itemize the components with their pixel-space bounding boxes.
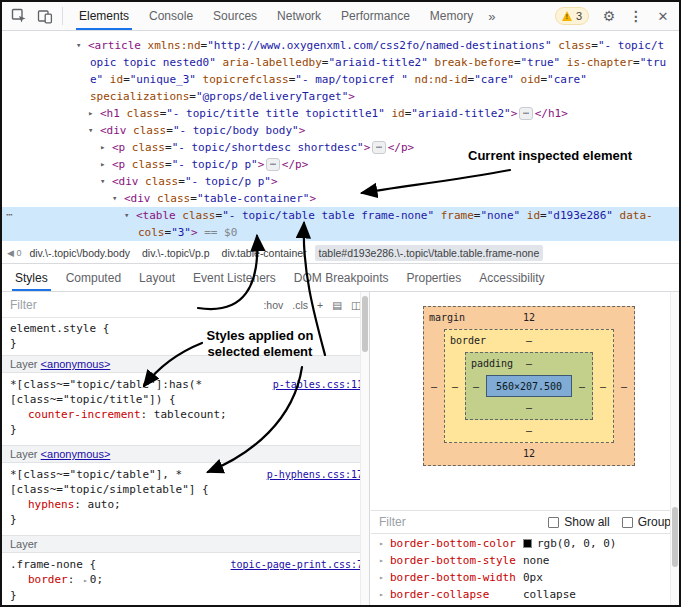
dom-node-selected[interactable]: ▾<table class="- topic/table table frame…: [2, 207, 679, 224]
tab-network[interactable]: Network: [267, 2, 331, 30]
border-bottom-value[interactable]: –: [526, 425, 532, 436]
dom-node[interactable]: e" id="unique_3" topicrefclass="- map/to…: [2, 71, 679, 88]
breadcrumb-overflow-indicator[interactable]: ◀ 0: [5, 248, 25, 258]
sidebar-tab-properties[interactable]: Properties: [398, 264, 471, 291]
expand-arrow-down-icon[interactable]: ▾: [124, 207, 129, 224]
tab-sources[interactable]: Sources: [203, 2, 267, 30]
box-model-diagram[interactable]: margin 12 – border – –: [423, 306, 635, 466]
tab-console[interactable]: Console: [139, 2, 203, 30]
layer-link[interactable]: <anonymous>: [41, 448, 111, 460]
css-rule[interactable]: topic-page-print.css:7.frame-none {borde…: [2, 553, 369, 605]
shorthand-expand-icon[interactable]: ▸: [83, 576, 88, 585]
border-right-value[interactable]: –: [593, 352, 613, 420]
code-token: id: [385, 107, 405, 120]
sidebar-tab-dom-breakpoints[interactable]: DOM Breakpoints: [285, 264, 398, 291]
close-icon[interactable]: ✕: [650, 3, 676, 29]
sidebar-tab-event-listeners[interactable]: Event Listeners: [184, 264, 285, 291]
breadcrumb-item[interactable]: div.\-.topic\/p.p: [138, 245, 214, 261]
dom-node[interactable]: ▾<article xmlns:nd="http://www.oxygenxml…: [2, 37, 679, 54]
menu-dots-icon[interactable]: ⋮: [623, 3, 649, 29]
computed-property-row[interactable]: ▸border-collapsecollapse: [371, 586, 679, 603]
new-style-rule-button[interactable]: +: [317, 299, 323, 311]
margin-right-value[interactable]: –: [614, 329, 634, 443]
expand-arrow-right-icon[interactable]: ▸: [100, 139, 105, 156]
styles-filter-input[interactable]: [10, 298, 254, 312]
dom-node-selected[interactable]: cols="3"> == $0: [2, 224, 679, 241]
expand-arrow-right-icon[interactable]: ▸: [379, 535, 390, 552]
margin-bottom-value[interactable]: 12: [523, 448, 535, 459]
element-style-block[interactable]: element.style { }: [2, 318, 369, 355]
expand-arrow-right-icon[interactable]: ▸: [88, 105, 93, 122]
row-options-dots-icon[interactable]: ⋯: [6, 208, 12, 221]
show-all-checkbox-box[interactable]: [548, 517, 559, 528]
group-checkbox-box[interactable]: [622, 517, 633, 528]
css-declaration[interactable]: border: ▸0;: [10, 572, 361, 588]
expand-arrow-down-icon[interactable]: ▾: [112, 190, 117, 207]
group-checkbox[interactable]: Group: [622, 515, 671, 529]
expand-arrow-right-icon[interactable]: ▸: [379, 586, 390, 603]
css-rule[interactable]: p-hyphens.css:17*[class~="topic/table"],…: [2, 463, 369, 535]
pseudo-state-button[interactable]: :hov: [263, 299, 283, 311]
settings-gear-icon[interactable]: ⚙: [596, 3, 622, 29]
computed-filter-input[interactable]: [379, 515, 536, 529]
css-rule[interactable]: p-tables.css:11*[class~="topic/table"]:h…: [2, 373, 369, 445]
computed-property-row[interactable]: ▸border-bottom-stylenone: [371, 552, 679, 569]
margin-top-value[interactable]: 12: [523, 312, 535, 323]
padding-left-value[interactable]: –: [466, 375, 486, 397]
dom-node[interactable]: ▾<div class="- topic/body body">: [2, 122, 679, 139]
padding-right-value[interactable]: –: [572, 375, 592, 397]
dom-node[interactable]: ▸<p class="- topic/p p">⋯</p>: [2, 156, 679, 173]
computed-property-row[interactable]: ▸border-bottom-width0px: [371, 569, 679, 586]
css-declaration[interactable]: counter-increment: tablecount;: [10, 407, 361, 422]
layers-icon[interactable]: ▤: [332, 299, 342, 311]
dom-node[interactable]: ▸<h1 class="- topic/title title topictit…: [2, 105, 679, 122]
dom-node[interactable]: opic topic nested0" aria-labelledby="ari…: [2, 54, 679, 71]
class-toggle-button[interactable]: .cls: [292, 299, 308, 311]
sidebar-tab-layout[interactable]: Layout: [130, 264, 184, 291]
collapsed-content-button[interactable]: ⋯: [372, 141, 385, 154]
dom-node[interactable]: specializations="@props/deliveryTarget">: [2, 88, 679, 105]
expand-arrow-right-icon[interactable]: ▸: [100, 156, 105, 173]
dom-node[interactable]: ▸<p class="- topic/shortdesc shortdesc">…: [2, 139, 679, 156]
color-swatch[interactable]: [523, 539, 532, 548]
tab-elements[interactable]: Elements: [69, 2, 139, 30]
computed-scrollbar[interactable]: [670, 292, 679, 605]
expand-arrow-right-icon[interactable]: ▸: [379, 603, 390, 605]
margin-left-value[interactable]: –: [424, 329, 444, 443]
expand-arrow-down-icon[interactable]: ▾: [76, 37, 81, 54]
expand-arrow-right-icon[interactable]: ▸: [379, 569, 390, 586]
padding-bottom-value[interactable]: –: [526, 402, 532, 413]
css-source-link[interactable]: p-hyphens.css:17: [267, 467, 363, 482]
computed-property-row[interactable]: ▸border-image-outset: [371, 603, 679, 605]
sidebar-tab-styles[interactable]: Styles: [6, 264, 57, 291]
css-source-link[interactable]: p-tables.css:11: [273, 377, 363, 392]
dom-node[interactable]: ▾<div class="table-container">: [2, 190, 679, 207]
tab-performance[interactable]: Performance: [331, 2, 420, 30]
more-tabs-icon[interactable]: »: [483, 9, 500, 24]
sidebar-tab-computed[interactable]: Computed: [57, 264, 130, 291]
inspect-element-icon[interactable]: [6, 3, 32, 29]
show-all-checkbox[interactable]: Show all: [548, 515, 609, 529]
expand-arrow-down-icon[interactable]: ▾: [88, 122, 93, 139]
box-model-content[interactable]: 560×207.500: [486, 375, 572, 397]
breadcrumb-item[interactable]: table#d193e286.\-.topic\/table.table.fra…: [315, 245, 544, 261]
css-source-link[interactable]: topic-page-print.css:7: [231, 557, 363, 572]
expand-arrow-right-icon[interactable]: ▸: [379, 552, 390, 569]
tab-memory[interactable]: Memory: [420, 2, 483, 30]
issues-badge[interactable]: 3: [555, 7, 589, 25]
device-toolbar-icon[interactable]: [32, 3, 58, 29]
computed-property-row[interactable]: ▸border-bottom-colorrgb(0, 0, 0): [371, 535, 679, 552]
collapsed-content-button[interactable]: ⋯: [266, 158, 279, 171]
breadcrumb-item[interactable]: div.table-container: [218, 245, 311, 261]
sidebar-tab-accessibility[interactable]: Accessibility: [470, 264, 553, 291]
dom-node[interactable]: ▾<div class="- topic/p p">: [2, 173, 679, 190]
css-declaration[interactable]: hyphens: auto;: [10, 497, 361, 512]
breadcrumb-item[interactable]: div.\-.topic\/body.body: [25, 245, 134, 261]
border-top-value[interactable]: –: [526, 335, 532, 346]
expand-arrow-down-icon[interactable]: ▾: [100, 173, 105, 190]
layer-link[interactable]: <anonymous>: [41, 358, 111, 370]
border-left-value[interactable]: –: [445, 352, 465, 420]
styles-scrollbar[interactable]: [360, 292, 369, 605]
padding-top-value[interactable]: –: [526, 358, 532, 369]
collapsed-content-button[interactable]: ⋯: [519, 107, 532, 120]
